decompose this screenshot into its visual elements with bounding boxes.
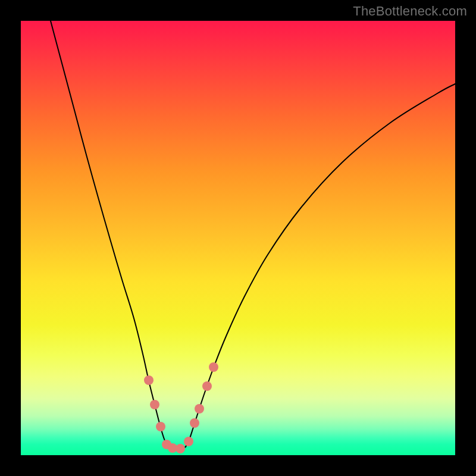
markers-group <box>144 362 218 453</box>
watermark-text: TheBottleneck.com <box>353 4 467 19</box>
marker-left-3 <box>156 422 165 431</box>
chart-frame: TheBottleneck.com <box>0 0 476 476</box>
marker-left-1 <box>144 375 154 385</box>
curves-group <box>51 21 455 449</box>
marker-right-4 <box>202 381 212 391</box>
marker-right-1 <box>184 437 193 446</box>
marker-right-3 <box>195 404 204 414</box>
series-curve-right <box>186 84 455 447</box>
marker-right-2 <box>190 418 199 428</box>
marker-bottom-2 <box>176 444 185 453</box>
marker-left-2 <box>150 400 159 409</box>
plot-area <box>21 21 455 455</box>
chart-svg <box>21 21 455 455</box>
marker-right-5 <box>209 362 218 372</box>
